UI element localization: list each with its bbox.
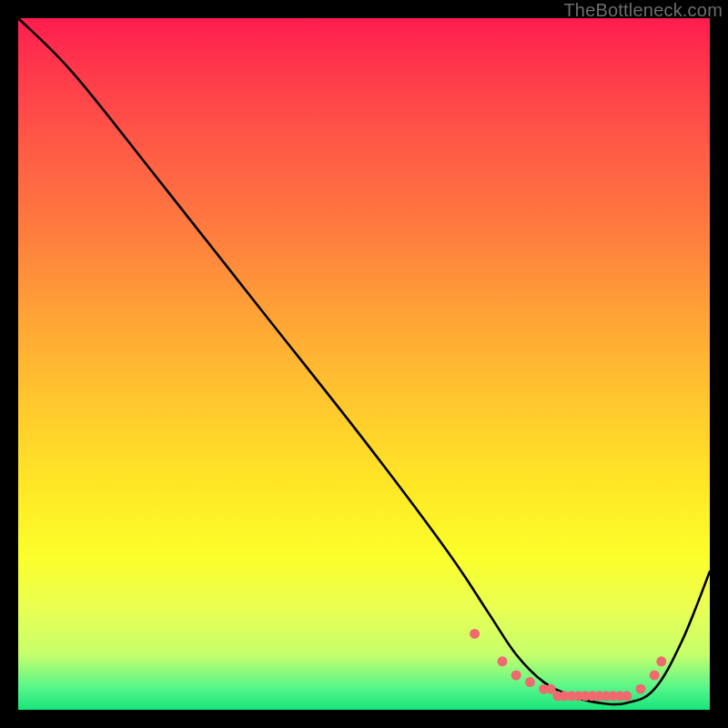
curve-marker-dot (511, 671, 521, 681)
chart-stage: TheBottleneck.com (0, 0, 728, 728)
curve-marker-dot (470, 629, 480, 639)
curve-marker-dot (622, 691, 632, 701)
bottleneck-curve (18, 18, 710, 704)
curve-marker-dot (656, 656, 666, 666)
curve-marker-dot (498, 656, 508, 666)
curve-marker-dot (525, 677, 535, 687)
curve-marker-dot (650, 671, 660, 681)
curve-markers (470, 629, 666, 701)
gradient-plot-area (18, 18, 710, 710)
chart-svg (18, 18, 710, 710)
curve-marker-dot (636, 684, 646, 694)
